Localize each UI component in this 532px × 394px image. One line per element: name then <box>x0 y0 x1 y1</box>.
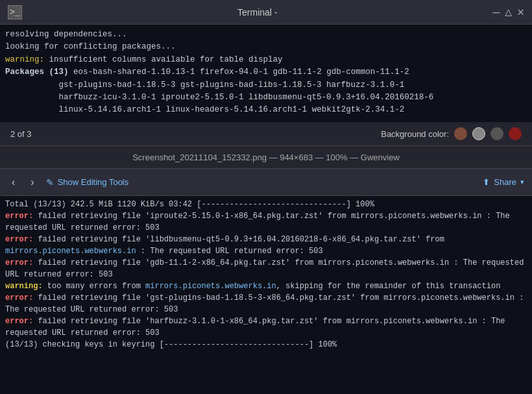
terminal-bottom-line-5: warning: too many errors from mirrors.pi… <box>5 280 527 292</box>
share-icon: ⬆ <box>483 177 490 187</box>
terminal-line-2: looking for conflicting packages... <box>5 41 527 53</box>
image-viewer-title: Screenshot_20211104_152332.png — 944×683… <box>132 153 400 162</box>
image-viewer-bar: Screenshot_20211104_152332.png — 944×683… <box>0 145 532 169</box>
pagination-text: 2 of 3 <box>10 129 32 139</box>
editing-tools-label: Show Editing Tools <box>58 177 129 187</box>
nav-bar: ‹ › ✎ Show Editing Tools ⬆ Share ▾ <box>0 169 532 196</box>
terminal-window: >_ Terminal - — △ ✕ resolving dependenci… <box>0 0 532 394</box>
terminal-bottom-line-8: (13/13) checking keys in keyring [------… <box>5 339 527 351</box>
page-of: of <box>18 129 27 139</box>
share-label: Share <box>494 177 516 187</box>
terminal-bottom-line-2: error: failed retrieving file 'iproute2-… <box>5 210 527 234</box>
terminal-titlebar: >_ Terminal - — △ ✕ <box>0 0 532 25</box>
terminal-icon: >_ <box>8 5 22 19</box>
share-button[interactable]: ⬆ Share ▾ <box>483 177 524 187</box>
terminal-bottom-line-1: Total (13/13) 242.5 MiB 1120 KiB/s 03:42… <box>5 199 527 210</box>
terminal-line-3: warning: insufficient columns available … <box>5 54 527 66</box>
back-button[interactable]: ‹ <box>8 174 19 191</box>
color-gray[interactable] <box>472 127 485 140</box>
pagination-bar: 2 of 3 Background color: <box>0 122 532 145</box>
terminal-line-1: resolving dependencies... <box>5 29 527 41</box>
page-current: 2 <box>10 129 15 139</box>
terminal-bottom-line-7: error: failed retrieving file 'harfbuzz-… <box>5 315 527 339</box>
terminal-line-6: harfbuzz-icu-3.1.0-1 iproute2-5.15.0-1 l… <box>5 92 527 104</box>
share-chevron-icon: ▾ <box>520 178 524 186</box>
terminal-top-output: resolving dependencies... looking for co… <box>0 25 532 122</box>
color-brown[interactable] <box>454 127 467 140</box>
terminal-bottom-line-6: error: failed retrieving file 'gst-plugi… <box>5 292 527 315</box>
minimize-button[interactable]: — <box>493 6 500 18</box>
color-dark-gray[interactable] <box>490 127 503 140</box>
pencil-icon: ✎ <box>46 177 54 188</box>
terminal-bottom-line-3: error: failed retrieving file 'libdbusme… <box>5 234 527 257</box>
maximize-button[interactable]: △ <box>505 6 512 18</box>
page-total: 3 <box>27 129 31 139</box>
forward-button[interactable]: › <box>27 174 38 191</box>
close-button[interactable]: ✕ <box>517 6 524 18</box>
terminal-line-7: linux-5.14.16.arch1-1 linux-headers-5.14… <box>5 104 527 116</box>
terminal-bottom-output: Total (13/13) 242.5 MiB 1120 KiB/s 03:42… <box>0 196 532 394</box>
color-dark-red[interactable] <box>509 127 522 140</box>
bg-color-label: Background color: <box>381 129 449 139</box>
terminal-title: Terminal - <box>237 7 277 18</box>
terminal-line-5: gst-plugins-bad-1.18.5-3 gst-plugins-bad… <box>5 79 527 92</box>
terminal-bottom-line-4: error: failed retrieving file 'gdb-11.1-… <box>5 257 527 280</box>
bg-color-section: Background color: <box>381 127 522 140</box>
terminal-controls: — △ ✕ <box>493 6 525 18</box>
show-editing-tools-button[interactable]: ✎ Show Editing Tools <box>46 177 129 188</box>
terminal-line-4: Packages (13) eos-bash-shared-1.10.13-1 … <box>5 66 527 79</box>
